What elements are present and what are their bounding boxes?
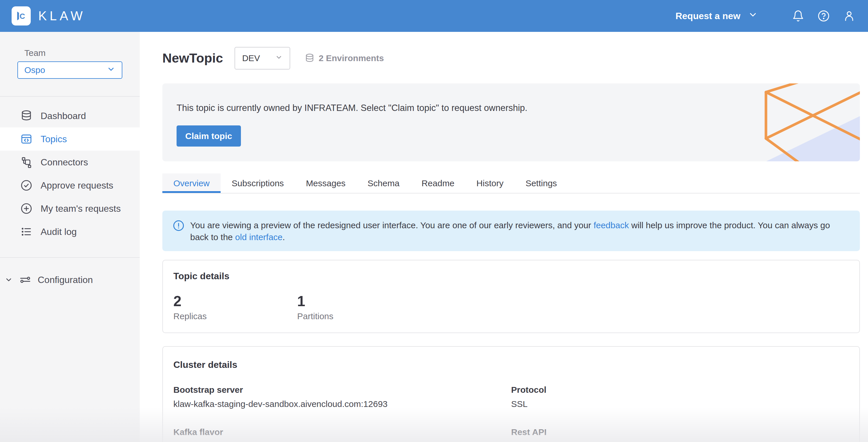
cluster-details-card: Cluster details Bootstrap server klaw-ka…: [162, 346, 860, 442]
environment-select[interactable]: DEV: [235, 47, 290, 70]
sidebar-nav: Dashboard Topics Connectors: [0, 104, 140, 243]
topic-stats: 2 Replicas 1 Partitions: [174, 294, 849, 321]
tab-overview[interactable]: Overview: [162, 173, 221, 193]
nav-item-label: Approve requests: [40, 180, 113, 191]
sidebar-item-approve-requests[interactable]: Approve requests: [0, 174, 140, 197]
title-row: NewTopic DEV 2 Environments: [162, 47, 860, 70]
team-label: Team: [24, 48, 122, 58]
claim-message: This topic is currently owned by INFRATE…: [177, 103, 860, 113]
field-label: Rest API: [511, 427, 849, 437]
nav-item-label: Topics: [40, 134, 67, 144]
nav-item-label: Dashboard: [40, 111, 86, 122]
preview-text-3: .: [283, 232, 285, 242]
user-icon: [843, 10, 855, 22]
top-header: C KLAW Request a new: [0, 0, 868, 32]
sidebar-item-audit-log[interactable]: Audit log: [0, 220, 140, 243]
hexagon-decoration: [761, 83, 860, 161]
preview-banner-text: You are viewing a preview of the redesig…: [190, 219, 849, 243]
page-title: NewTopic: [162, 51, 223, 66]
tab-messages[interactable]: Messages: [295, 173, 356, 193]
field-kafka-flavor: Kafka flavor Aiven for Apache Kafka: [174, 427, 511, 442]
bell-icon: [792, 10, 804, 22]
sidebar-item-topics[interactable]: Topics: [0, 128, 140, 150]
field-label: Kafka flavor: [174, 427, 511, 437]
svg-text:C: C: [20, 12, 25, 21]
field-value: klaw-kafka-staging-dev-sandbox.aivenclou…: [174, 399, 511, 409]
claim-topic-button[interactable]: Claim topic: [177, 126, 241, 146]
request-a-new-label: Request a new: [676, 11, 740, 22]
chevron-down-icon: [5, 276, 13, 284]
team-select[interactable]: Ospo: [18, 61, 122, 79]
topic-tabs: Overview Subscriptions Messages Schema R…: [162, 173, 860, 194]
sidebar-divider: [0, 257, 140, 258]
tab-readme[interactable]: Readme: [410, 173, 465, 193]
header-actions: Request a new: [676, 10, 855, 22]
sidebar: Team Ospo Dashboard: [0, 32, 140, 442]
sidebar-item-connectors[interactable]: Connectors: [0, 150, 140, 174]
field-label: Protocol: [511, 385, 849, 395]
configuration-label: Configuration: [38, 275, 93, 285]
field-protocol: Protocol SSL: [511, 385, 849, 409]
sidebar-item-configuration[interactable]: Configuration: [0, 269, 140, 290]
klaw-app: C KLAW Request a new: [0, 0, 868, 442]
environment-select-value: DEV: [242, 53, 260, 63]
preview-info-banner: You are viewing a preview of the redesig…: [162, 211, 860, 251]
klaw-logo-icon: C: [11, 6, 31, 26]
field-bootstrap-server: Bootstrap server klaw-kafka-staging-dev-…: [174, 385, 511, 409]
feedback-link[interactable]: feedback: [593, 220, 629, 230]
stat-label: Partitions: [297, 311, 421, 321]
stat-partitions: 1 Partitions: [297, 294, 421, 321]
sidebar-divider: [0, 96, 140, 97]
nav-item-label: My team's requests: [40, 203, 121, 214]
chevron-down-icon: [107, 65, 115, 76]
sidebar-item-dashboard[interactable]: Dashboard: [0, 104, 140, 128]
team-block: Team Ospo: [0, 48, 140, 79]
nav-item-label: Connectors: [40, 157, 88, 168]
nav-item-label: Audit log: [40, 227, 77, 237]
app-shell: Team Ospo Dashboard: [0, 32, 868, 442]
database-icon: [305, 53, 315, 63]
stat-label: Replicas: [174, 311, 297, 321]
chevron-down-icon: [275, 53, 283, 63]
stat-value: 1: [297, 294, 421, 308]
connectors-icon: [20, 156, 32, 168]
cluster-fields: Bootstrap server klaw-kafka-staging-dev-…: [174, 385, 849, 442]
stat-replicas: 2 Replicas: [174, 294, 297, 321]
claim-banner: This topic is currently owned by INFRATE…: [162, 83, 860, 161]
check-circle-icon: [20, 179, 32, 192]
sliders-icon: [19, 274, 31, 286]
field-rest-api: Rest API Not applicable: [511, 427, 849, 442]
chevron-down-icon: [748, 10, 758, 22]
list-icon: [20, 226, 32, 238]
team-select-value: Ospo: [24, 65, 45, 75]
plus-circle-icon: [20, 202, 32, 215]
tab-history[interactable]: History: [465, 173, 514, 193]
old-interface-link[interactable]: old interface: [235, 232, 282, 242]
database-icon: [20, 110, 32, 122]
preview-text-1: You are viewing a preview of the redesig…: [190, 220, 593, 230]
topics-icon: [20, 133, 32, 145]
tab-settings[interactable]: Settings: [515, 173, 568, 193]
topic-details-heading: Topic details: [174, 271, 849, 281]
info-icon: [173, 220, 184, 231]
klaw-logo[interactable]: C KLAW: [11, 6, 86, 26]
cluster-details-heading: Cluster details: [174, 360, 849, 370]
tab-schema[interactable]: Schema: [356, 173, 410, 193]
help-button[interactable]: [817, 10, 830, 22]
field-label: Bootstrap server: [174, 385, 511, 395]
profile-button[interactable]: [843, 10, 855, 22]
stat-value: 2: [174, 294, 297, 308]
environments-count: 2 Environments: [305, 53, 384, 63]
notifications-button[interactable]: [792, 10, 804, 22]
field-value: SSL: [511, 399, 849, 409]
topic-details-card: Topic details 2 Replicas 1 Partitions: [162, 260, 860, 333]
help-icon: [817, 10, 830, 22]
request-a-new-button[interactable]: Request a new: [676, 10, 758, 22]
main-content: NewTopic DEV 2 Environments This topic i…: [140, 32, 868, 442]
sidebar-item-my-teams-requests[interactable]: My team's requests: [0, 197, 140, 220]
logo-text: KLAW: [38, 9, 86, 23]
environments-count-label: 2 Environments: [319, 53, 384, 63]
tab-subscriptions[interactable]: Subscriptions: [221, 173, 295, 193]
